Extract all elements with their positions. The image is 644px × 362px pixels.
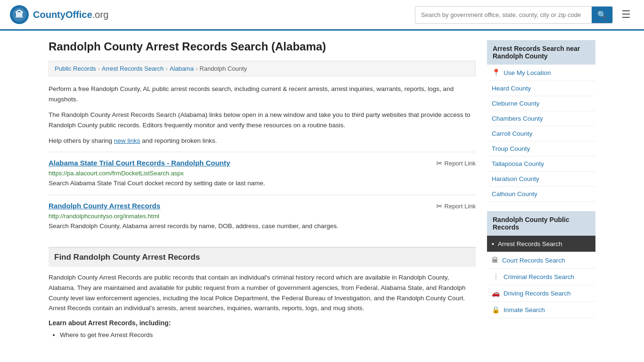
page-container: Randolph County Arrest Records Search (A… [39, 31, 605, 350]
public-record-link[interactable]: ❕Criminal Records Search [487, 269, 595, 285]
public-record-icon: 🔒 [492, 306, 500, 313]
nearby-county-item: Tallapoosa County [487, 156, 595, 172]
location-pin-icon: 📍 [492, 68, 501, 77]
nearby-county-item: Cleburne County [487, 96, 595, 111]
search-input[interactable] [415, 8, 592, 22]
public-record-icon: ❕ [492, 273, 500, 280]
nearby-county-link[interactable]: Cleburne County [487, 96, 595, 111]
nearby-county-link[interactable]: Heard County [487, 81, 595, 96]
report-link-1[interactable]: ✂ Report Link [436, 159, 476, 168]
record-link-2: Randolph County Arrest Records ✂ Report … [49, 195, 476, 238]
description-2: The Randolph County Arrest Records Searc… [49, 110, 476, 130]
nearby-county-link[interactable]: Haralson County [487, 172, 595, 186]
bullet-list: Where to get free Arrest Records [49, 329, 476, 341]
public-record-label: Driving Records Search [504, 290, 571, 297]
record-link-2-desc: Search Randolph County, Alabama arrest r… [49, 222, 476, 231]
record-link-2-url: http://randolphcountyso.org/inmates.html [49, 213, 476, 220]
learn-title: Learn about Arrest Records, including: [49, 319, 476, 327]
public-record-link[interactable]: 🏛Court Records Search [487, 252, 595, 268]
svg-text:🏛: 🏛 [15, 9, 24, 19]
public-record-item: 🚗Driving Records Search [487, 285, 595, 302]
public-records-section-title: Randolph County Public Records [487, 211, 595, 236]
find-section-body: Randolph County Arrest Records are publi… [49, 272, 476, 313]
public-record-link[interactable]: ▪Arrest Records Search [487, 236, 595, 252]
header-right: 🔍 ☰ [415, 6, 635, 24]
description-3: Help others by sharing new links and rep… [49, 136, 476, 146]
report-link-2[interactable]: ✂ Report Link [436, 202, 476, 211]
nearby-section-title: Arrest Records Search near Randolph Coun… [487, 40, 595, 65]
search-bar: 🔍 [415, 6, 613, 24]
public-record-item: 🔒Inmate Search [487, 302, 595, 318]
breadcrumb-arrest-records-search[interactable]: Arrest Records Search [102, 65, 164, 72]
main-content: Randolph County Arrest Records Search (A… [49, 40, 476, 341]
public-record-label: Court Records Search [502, 257, 565, 264]
public-record-item: ❕Criminal Records Search [487, 269, 595, 285]
public-record-label: Criminal Records Search [504, 273, 574, 280]
breadcrumb-county: Randolph County [199, 65, 247, 72]
record-link-1-desc: Search Alabama State Trial Court docket … [49, 179, 476, 188]
nearby-county-item: Carroll County [487, 126, 595, 141]
logo-icon: 🏛 [9, 5, 29, 25]
nearby-county-link[interactable]: Tallapoosa County [487, 156, 595, 171]
public-records-list: ▪Arrest Records Search🏛Court Records Sea… [487, 236, 595, 318]
description-1: Perform a free Randolph County, AL publi… [49, 84, 476, 104]
breadcrumb: Public Records › Arrest Records Search ›… [49, 61, 476, 76]
record-link-1-title[interactable]: Alabama State Trial Court Records - Rand… [49, 159, 230, 167]
breadcrumb-public-records[interactable]: Public Records [55, 65, 96, 72]
menu-icon[interactable]: ☰ [618, 6, 635, 23]
record-link-2-title[interactable]: Randolph County Arrest Records [49, 202, 160, 210]
report-icon-2: ✂ [436, 202, 442, 211]
public-record-icon: 🏛 [492, 256, 498, 264]
nearby-county-item: Haralson County [487, 172, 595, 187]
record-link-1: Alabama State Trial Court Records - Rand… [49, 152, 476, 195]
public-record-link[interactable]: 🚗Driving Records Search [487, 285, 595, 301]
public-record-label: Arrest Records Search [498, 240, 562, 247]
use-my-location: 📍 Use My Location [487, 65, 595, 81]
nearby-county-link[interactable]: Troup County [487, 141, 595, 156]
header: 🏛 CountyOffice.org 🔍 ☰ [0, 0, 644, 31]
use-my-location-link[interactable]: Use My Location [504, 69, 551, 76]
record-link-2-header: Randolph County Arrest Records ✂ Report … [49, 202, 476, 211]
nearby-county-link[interactable]: Carroll County [487, 126, 595, 141]
public-records-section: Randolph County Public Records ▪Arrest R… [487, 211, 595, 318]
bullet-item-1: Where to get free Arrest Records [60, 329, 476, 341]
nearby-county-item: Chambers County [487, 111, 595, 126]
public-record-link[interactable]: 🔒Inmate Search [487, 302, 595, 318]
page-title: Randolph County Arrest Records Search (A… [49, 40, 476, 53]
nearby-county-item: Troup County [487, 141, 595, 156]
breadcrumb-alabama[interactable]: Alabama [170, 65, 194, 72]
public-record-label: Inmate Search [504, 306, 545, 313]
nearby-county-list: Heard CountyCleburne CountyChambers Coun… [487, 81, 595, 202]
nearby-county-item: Calhoun County [487, 187, 595, 202]
public-record-icon: 🚗 [492, 289, 500, 297]
report-icon-1: ✂ [436, 159, 442, 168]
public-record-icon: ▪ [492, 240, 494, 247]
record-link-1-header: Alabama State Trial Court Records - Rand… [49, 159, 476, 168]
record-link-1-url: https://pa.alacourt.com/frmDocketListSea… [49, 170, 476, 177]
new-links-link[interactable]: new links [114, 137, 140, 144]
find-section-title: Find Randolph County Arrest Records [49, 247, 476, 267]
public-record-item: ▪Arrest Records Search [487, 236, 595, 252]
logo-text: CountyOffice.org [33, 9, 108, 20]
nearby-section: Arrest Records Search near Randolph Coun… [487, 40, 595, 202]
find-section: Find Randolph County Arrest Records Rand… [49, 247, 476, 341]
nearby-county-item: Heard County [487, 81, 595, 96]
logo-area: 🏛 CountyOffice.org [9, 5, 108, 25]
sidebar: Arrest Records Search near Randolph Coun… [487, 40, 595, 341]
search-button[interactable]: 🔍 [592, 7, 612, 23]
public-record-item: 🏛Court Records Search [487, 252, 595, 269]
nearby-county-link[interactable]: Calhoun County [487, 187, 595, 201]
nearby-county-link[interactable]: Chambers County [487, 111, 595, 126]
